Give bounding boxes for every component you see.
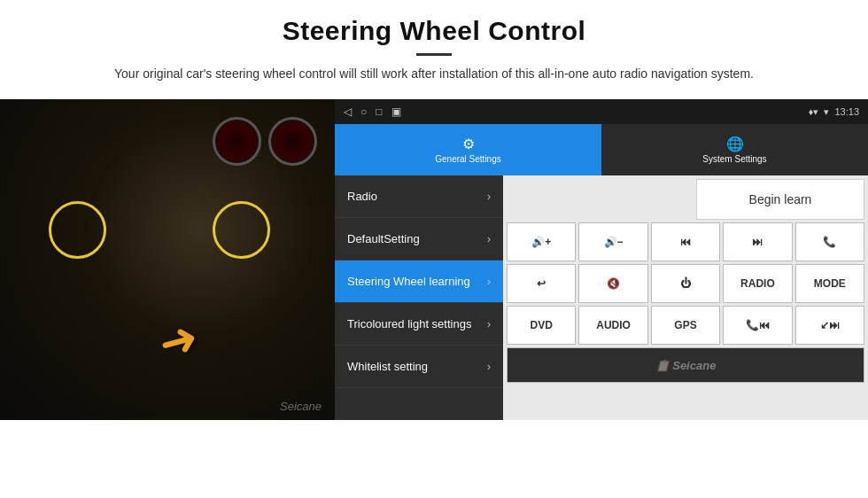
next-track-icon: ⏭ [752, 236, 763, 248]
vol-up-icon: 🔊+ [531, 236, 551, 248]
menu-item-tricoloured[interactable]: Tricoloured light settings › [335, 303, 503, 346]
wifi-icon: ▾ [824, 106, 829, 118]
page-title: Steering Wheel Control [53, 16, 815, 46]
nav-tabs: ⚙ General Settings 🌐 System Settings [335, 124, 868, 175]
general-settings-icon: ⚙ [462, 136, 475, 152]
vol-down-icon: 🔊− [604, 236, 624, 248]
gauge-left [213, 117, 261, 166]
page-wrapper: Steering Wheel Control Your original car… [0, 0, 868, 498]
power-button[interactable]: ⏻ [651, 264, 720, 303]
gps-label: GPS [674, 319, 696, 331]
phone-prev-button[interactable]: 📞⏮ [723, 306, 792, 345]
signal-icon: ♦▾ [809, 106, 819, 118]
subtitle: Your original car's steering wheel contr… [89, 65, 779, 83]
gauge-right [268, 117, 317, 166]
phone-icon: 📞 [823, 236, 836, 248]
arrow-pointer: ➜ [153, 309, 205, 370]
hang-up-button[interactable]: ↩ [507, 264, 576, 303]
combo-next-icon: ↙⏭ [820, 319, 840, 331]
gps-button[interactable]: GPS [651, 306, 720, 345]
menu-whitelist-label: Whitelist setting [347, 360, 428, 374]
phone-prev-icon: 📞⏮ [746, 319, 770, 331]
mute-icon: 🔇 [607, 277, 620, 290]
circle-left-highlight [49, 201, 106, 259]
logo-area: 📋 Seicane [507, 347, 864, 383]
radio-mode-button[interactable]: RADIO [723, 264, 792, 303]
prev-track-button[interactable]: ⏮ [651, 222, 720, 261]
header-section: Steering Wheel Control Your original car… [0, 0, 868, 90]
btn-row-3: DVD AUDIO GPS 📞⏮ ↙⏭ [507, 306, 864, 345]
btn-row-2: ↩ 🔇 ⏻ RADIO MODE [507, 264, 864, 303]
title-divider [416, 53, 452, 56]
left-menu: Radio › DefaultSetting › Steering Wheel … [335, 175, 503, 420]
prev-track-icon: ⏮ [680, 236, 691, 248]
tab-system-label: System Settings [702, 154, 766, 164]
menu-radio-label: Radio [347, 190, 377, 204]
watermark: Seicane [280, 400, 322, 413]
right-panel: Begin learn 🔊+ 🔊− ⏮ [503, 175, 868, 420]
radio-label: RADIO [740, 277, 775, 290]
tab-general-label: General Settings [435, 154, 501, 164]
menu-default-label: DefaultSetting [347, 232, 420, 246]
menu-item-steering[interactable]: Steering Wheel learning › [335, 261, 503, 303]
car-background: ➜ Seicane [0, 99, 335, 420]
power-icon: ⏻ [680, 277, 691, 290]
status-icons: ◁ ○ □ ▣ [344, 105, 401, 118]
next-track-button[interactable]: ⏭ [723, 222, 792, 261]
audio-button[interactable]: AUDIO [578, 306, 647, 345]
mode-button[interactable]: MODE [795, 264, 864, 303]
chevron-tricoloured: › [487, 318, 491, 331]
chevron-radio: › [487, 191, 491, 203]
partial-row: 📋 Seicane [507, 347, 864, 383]
tab-general[interactable]: ⚙ General Settings [335, 124, 601, 175]
car-image-section: ➜ Seicane [0, 99, 335, 420]
dvd-button[interactable]: DVD [507, 306, 576, 345]
back-icon: ◁ [344, 105, 352, 118]
chevron-steering: › [487, 276, 491, 288]
menu-steering-label: Steering Wheel learning [347, 275, 470, 289]
btn-row-1: 🔊+ 🔊− ⏮ ⏭ 📞 [507, 222, 864, 261]
vol-up-button[interactable]: 🔊+ [507, 222, 576, 261]
circle-right-highlight [213, 201, 270, 259]
phone-button[interactable]: 📞 [795, 222, 864, 261]
audio-label: AUDIO [596, 319, 631, 331]
menu-tricoloured-label: Tricoloured light settings [347, 317, 471, 331]
gauges [213, 117, 317, 166]
brand-icon: 📋 Seicane [655, 359, 717, 372]
mode-label: MODE [814, 277, 846, 290]
mute-button[interactable]: 🔇 [578, 264, 647, 303]
menu-item-radio[interactable]: Radio › [335, 175, 503, 218]
system-settings-icon: 🌐 [726, 136, 744, 152]
menu-item-default[interactable]: DefaultSetting › [335, 218, 503, 261]
time-display: 13:13 [834, 106, 859, 117]
begin-learn-row: Begin learn [507, 179, 864, 220]
status-bar: ◁ ○ □ ▣ ♦▾ ▾ 13:13 [335, 99, 868, 124]
recents-icon: □ [376, 105, 382, 118]
home-icon: ○ [360, 105, 367, 118]
vol-down-button[interactable]: 🔊− [578, 222, 647, 261]
main-content: Radio › DefaultSetting › Steering Wheel … [335, 175, 868, 420]
status-right: ♦▾ ▾ 13:13 [809, 106, 859, 118]
begin-learn-button[interactable]: Begin learn [696, 179, 864, 220]
content-row: ➜ Seicane ◁ ○ □ ▣ ♦▾ ▾ 13:13 [0, 99, 868, 498]
tab-system[interactable]: 🌐 System Settings [601, 124, 868, 175]
chevron-whitelist: › [487, 361, 491, 373]
hang-up-icon: ↩ [537, 277, 546, 290]
combo-next-button[interactable]: ↙⏭ [795, 306, 864, 345]
menu-item-whitelist[interactable]: Whitelist setting › [335, 346, 503, 388]
chevron-default: › [487, 233, 491, 245]
screenshot-icon: ▣ [391, 105, 401, 118]
android-panel: ◁ ○ □ ▣ ♦▾ ▾ 13:13 ⚙ General Settings [335, 99, 868, 420]
dvd-label: DVD [531, 319, 553, 331]
begin-learn-spacer [507, 179, 694, 220]
